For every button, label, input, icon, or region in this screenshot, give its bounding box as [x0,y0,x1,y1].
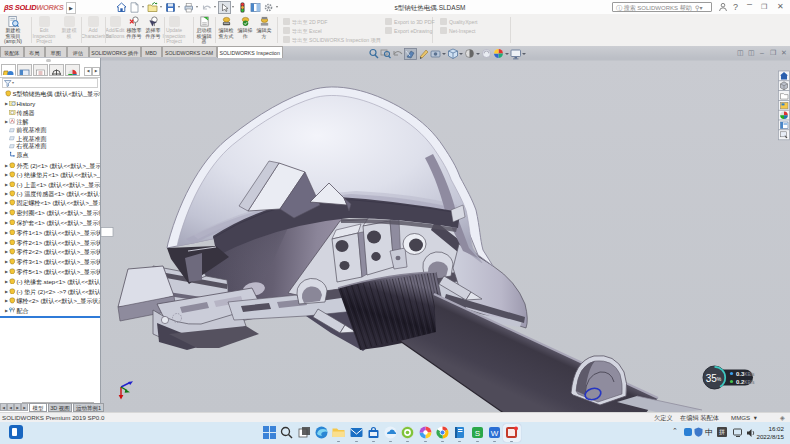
svg-text:0.2KB/s: 0.2KB/s [736,379,755,385]
svg-text:0.3KB/s: 0.3KB/s [736,371,755,377]
svg-text:S: S [474,429,479,438]
svg-text:W: W [491,429,499,438]
